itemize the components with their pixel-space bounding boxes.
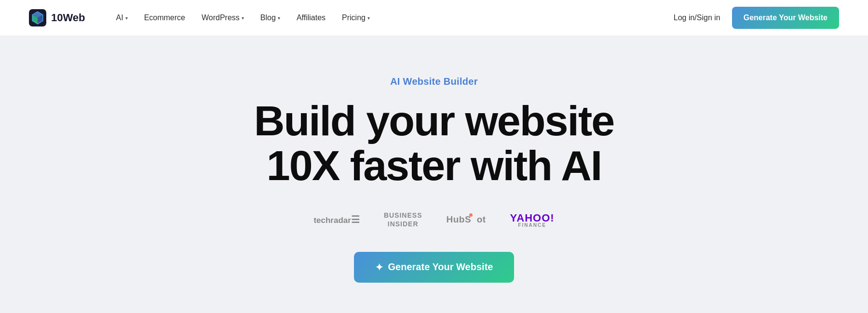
sparkle-icon: ✦ (375, 261, 383, 273)
header-cta-button[interactable]: Generate Your Website (732, 7, 839, 29)
nav-item-ecommerce[interactable]: Ecommerce (137, 10, 192, 26)
hero-title: Build your website 10X faster with AI (254, 99, 614, 188)
login-link[interactable]: Log in/Sign in (674, 13, 720, 22)
nav-item-blog[interactable]: Blog ▾ (254, 10, 287, 26)
logo-icon (29, 9, 46, 26)
hero-subtitle: AI Website Builder (390, 76, 478, 87)
chevron-down-icon: ▾ (242, 15, 244, 21)
header-right: Log in/Sign in Generate Your Website (674, 7, 839, 29)
media-logo-yahoo: YAHOO! FINANCE (510, 212, 555, 228)
main-nav: AI ▾ Ecommerce WordPress ▾ Blog ▾ Affili… (109, 10, 674, 26)
chevron-down-icon: ▾ (278, 15, 280, 21)
nav-item-affiliates[interactable]: Affiliates (290, 10, 332, 26)
nav-item-wordpress[interactable]: WordPress ▾ (195, 10, 251, 26)
hero-section: AI Website Builder Build your website 10… (0, 36, 868, 313)
chevron-down-icon: ▾ (367, 15, 370, 21)
hero-cta-label: Generate Your Website (388, 261, 493, 273)
nav-item-pricing[interactable]: Pricing ▾ (335, 10, 377, 26)
media-logo-business-insider: BUSINESSINSIDER (384, 211, 422, 228)
logo-link[interactable]: 10Web (29, 9, 85, 26)
site-header: 10Web AI ▾ Ecommerce WordPress ▾ Blog ▾ … (0, 0, 868, 36)
hero-cta-button[interactable]: ✦ Generate Your Website (354, 252, 515, 283)
nav-item-ai[interactable]: AI ▾ (109, 10, 135, 26)
hero-title-line1: Build your website (254, 97, 614, 144)
media-logo-techradar: techradar☰ (313, 214, 359, 225)
media-logos-container: techradar☰ BUSINESSINSIDER HubS ot YAHOO… (313, 211, 554, 228)
hero-title-line2: 10X faster with AI (267, 142, 601, 189)
media-logo-hubspot: HubS ot (446, 214, 486, 225)
chevron-down-icon: ▾ (125, 15, 128, 21)
logo-text: 10Web (51, 12, 85, 24)
